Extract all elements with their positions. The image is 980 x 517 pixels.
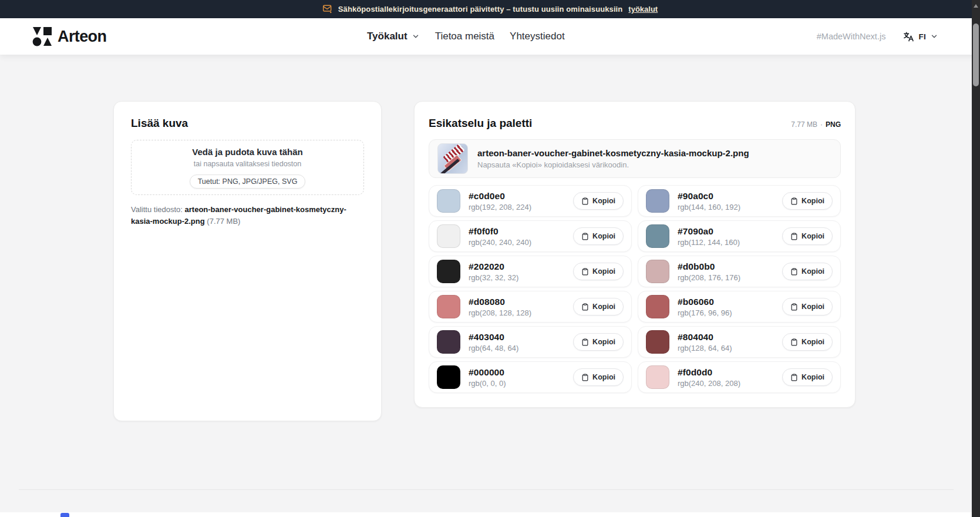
color-swatch [437,224,460,248]
file-thumbnail [437,143,468,174]
copy-button[interactable]: Kopioi [573,263,624,280]
palette-card-header: Esikatselu ja paletti 7.77 MB · PNG [429,117,841,130]
copy-button[interactable]: Kopioi [573,333,624,351]
scrollbar-up-arrow[interactable] [974,4,978,8]
scrollbar-thumb[interactable] [973,24,979,86]
color-rgb: rgb(144, 160, 192) [678,203,774,212]
copy-button-label: Kopioi [592,232,615,240]
color-row: #c0d0e0 rgb(192, 208, 224) Kopioi [429,185,632,217]
selected-file-size: (7.77 MB) [207,217,240,226]
color-info: #90a0c0 rgb(144, 160, 192) [678,191,774,212]
color-hex: #7090a0 [678,226,774,237]
footer-peek [0,512,972,517]
upload-card: Lisää kuva Vedä ja pudota kuva tähän tai… [113,101,382,421]
color-info: #d0b0b0 rgb(208, 176, 176) [678,261,774,282]
header: Arteon Työkalut Tietoa meistä Yhteystied… [0,18,980,55]
copy-button[interactable]: Kopioi [782,227,833,245]
color-swatch [437,260,460,283]
copy-button[interactable]: Kopioi [782,263,833,280]
nav-item-tyokalut[interactable]: Työkalut [367,31,420,42]
color-hex: #90a0c0 [678,191,774,202]
color-rgb: rgb(208, 128, 128) [469,308,565,317]
file-meta-size: 7.77 MB [791,120,817,129]
color-rgb: rgb(176, 96, 96) [678,308,774,317]
color-hex: #f0d0d0 [678,367,774,378]
nav-item-label: Yhteystiedot [510,31,565,42]
color-rgb: rgb(240, 240, 240) [469,238,565,247]
copy-button[interactable]: Kopioi [573,227,624,245]
announcement-text: Sähköpostiallekirjoitusgeneraattori päiv… [338,5,623,14]
color-rgb: rgb(192, 208, 224) [469,203,565,212]
color-row: #f0d0d0 rgb(240, 208, 208) Kopioi [638,361,841,393]
file-meta-type: PNG [826,120,841,129]
chevron-down-icon [412,32,420,41]
color-info: #f0d0d0 rgb(240, 208, 208) [678,367,774,388]
clipboard-icon [581,268,589,276]
copy-button[interactable]: Kopioi [573,368,624,386]
color-hex: #202020 [469,261,565,272]
color-row: #7090a0 rgb(112, 144, 160) Kopioi [638,220,841,252]
color-rgb: rgb(32, 32, 32) [469,273,565,282]
copy-button-label: Kopioi [801,197,824,205]
dropzone-secondary-text: tai napsauta valitaksesi tiedoston [194,160,301,168]
brand-logo[interactable]: Arteon [32,26,106,46]
color-row: #403040 rgb(64, 48, 64) Kopioi [429,326,632,358]
palette-card: Esikatselu ja paletti 7.77 MB · PNG arte… [414,101,856,408]
nav-item-tietoa-meista[interactable]: Tietoa meistä [435,31,494,42]
color-row: #202020 rgb(32, 32, 32) Kopioi [429,256,632,287]
color-info: #7090a0 rgb(112, 144, 160) [678,226,774,247]
copy-button-label: Kopioi [801,232,824,240]
color-grid: #c0d0e0 rgb(192, 208, 224) Kopioi #90a0c… [429,185,841,393]
color-rgb: rgb(240, 208, 208) [678,379,774,388]
brand-name: Arteon [58,28,106,46]
mail-icon [322,5,332,14]
copy-button[interactable]: Kopioi [782,298,833,315]
chevron-down-icon [930,32,938,41]
color-hex: #c0d0e0 [469,191,565,202]
copy-button-label: Kopioi [592,267,615,276]
color-hex: #b06060 [678,297,774,307]
selected-file-label: Valittu tiedosto: [131,205,183,214]
color-rgb: rgb(64, 48, 64) [469,344,565,352]
nav-item-yhteystiedot[interactable]: Yhteystiedot [510,31,565,42]
announcement-link[interactable]: työkalut [628,5,658,14]
copy-button[interactable]: Kopioi [782,368,833,386]
clipboard-icon [790,374,798,381]
language-code: FI [918,32,926,41]
file-dropzone[interactable]: Vedä ja pudota kuva tähän tai napsauta v… [131,140,364,195]
color-hex: #000000 [469,367,565,378]
language-selector[interactable]: FI [903,31,938,42]
clipboard-icon [790,233,798,240]
translate-icon [903,31,914,42]
file-preview-info: arteon-baner-voucher-gabinet-kosmetyczny… [477,148,749,169]
copy-button[interactable]: Kopioi [782,333,833,351]
color-rgb: rgb(0, 0, 0) [469,379,565,388]
color-row: #d0b0b0 rgb(208, 176, 176) Kopioi [638,256,841,287]
file-name: arteon-baner-voucher-gabinet-kosmetyczny… [477,148,749,158]
color-info: #202020 rgb(32, 32, 32) [469,261,565,282]
color-rgb: rgb(128, 64, 64) [678,344,774,352]
copy-button-label: Kopioi [801,303,824,311]
supported-formats-badge: Tuetut: PNG, JPG/JPEG, SVG [190,174,306,189]
color-rgb: rgb(112, 144, 160) [678,238,774,247]
vertical-scrollbar[interactable] [972,0,980,517]
copy-button-label: Kopioi [801,373,824,381]
copy-button-label: Kopioi [592,197,615,205]
nav-item-label: Työkalut [367,31,408,42]
nav-item-label: Tietoa meistä [435,31,494,42]
color-row: #90a0c0 rgb(144, 160, 192) Kopioi [638,185,841,217]
clipboard-icon [790,338,798,346]
copy-button[interactable]: Kopioi [782,192,833,210]
clipboard-icon [581,303,589,311]
color-row: #804040 rgb(128, 64, 64) Kopioi [638,326,841,358]
copy-button[interactable]: Kopioi [573,298,624,315]
copy-button[interactable]: Kopioi [573,192,624,210]
color-info: #b06060 rgb(176, 96, 96) [678,297,774,317]
color-info: #f0f0f0 rgb(240, 240, 240) [469,226,565,247]
made-with-link[interactable]: #MadeWithNext.js [817,32,886,41]
color-swatch [437,365,460,389]
color-info: #804040 rgb(128, 64, 64) [678,332,774,352]
file-preview-row: arteon-baner-voucher-gabinet-kosmetyczny… [429,139,841,178]
color-row: #000000 rgb(0, 0, 0) Kopioi [429,361,632,393]
color-swatch [646,295,669,318]
